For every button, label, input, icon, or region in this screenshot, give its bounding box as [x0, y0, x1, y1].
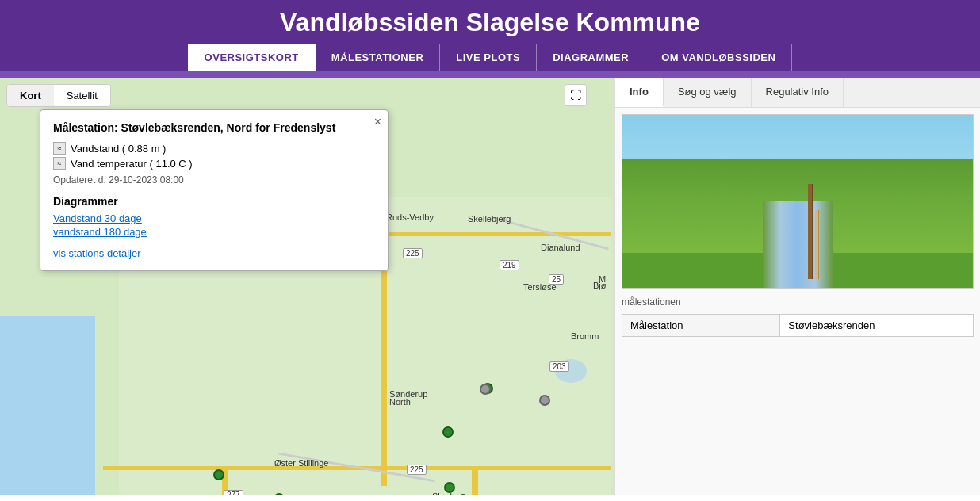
station-dot-gray-2[interactable]: [539, 395, 550, 406]
temp-value: Vand temperatur ( 11.0 C ): [71, 158, 193, 170]
site-title: Vandløbssiden Slagelse Kommune: [0, 8, 980, 37]
fullscreen-icon: ⛶: [570, 89, 581, 101]
label-sonderup-north: North: [389, 397, 411, 407]
nav-om[interactable]: OM VANDLØBSSIDEN: [645, 44, 792, 71]
table-row: Målestation Støvlebæksrenden: [622, 315, 974, 337]
station-dot-5[interactable]: [444, 482, 455, 493]
popup-station-details-link[interactable]: vis stations detaljer: [53, 247, 375, 259]
table-cell-label: Målestation: [622, 315, 780, 337]
tab-regulativ[interactable]: Regulativ Info: [752, 78, 844, 107]
map-toggle: Kort Satellit: [6, 84, 111, 107]
road-203: 203: [549, 361, 569, 372]
toggle-kort[interactable]: Kort: [7, 85, 54, 106]
photo-channel: [763, 201, 833, 288]
sub-bar: [0, 71, 980, 78]
temp-row: ≈ Vand temperatur ( 11.0 C ): [53, 157, 375, 170]
table-cell-value: Støvlebæksrenden: [780, 315, 974, 337]
right-panel: Info Søg og vælg Regulativ Info målestat…: [614, 78, 980, 495]
vandstand-value: Vandstand ( 0.88 m ): [71, 143, 166, 155]
map-area: 255 225 219 25 203 225 277 150 150 Gørle…: [0, 78, 614, 495]
road-v3: [472, 466, 478, 495]
nav-maalestationer[interactable]: MÅLESTATIONER: [316, 44, 441, 71]
label-dianalund: Dianalund: [541, 243, 580, 252]
toggle-satellit[interactable]: Satellit: [54, 85, 110, 106]
label-oster-stillinge: Øster Stillinge: [274, 458, 328, 468]
tab-info[interactable]: Info: [615, 78, 664, 107]
popup-diagrammer-label: Diagrammer: [53, 195, 375, 208]
label-skellebjerg: Skellebjerg: [468, 214, 511, 224]
site-header: Vandløbssiden Slagelse Kommune OVERSIGTS…: [0, 0, 980, 71]
road-219: 219: [500, 260, 519, 270]
road-277: 277: [224, 490, 243, 495]
station-popup: × Målestation: Støvlebæksrenden, Nord fo…: [40, 109, 389, 271]
nav-oversigtskort[interactable]: OVERSIGTSKORT: [188, 44, 316, 71]
popup-close-button[interactable]: ×: [374, 115, 381, 129]
popup-link-180[interactable]: vandstand 180 dage: [53, 226, 375, 238]
label-m: M: [599, 274, 606, 284]
road-225-n: 225: [403, 248, 423, 258]
station-dot-1[interactable]: [213, 469, 224, 480]
temp-icon: ≈: [53, 157, 66, 170]
nav-diagrammer[interactable]: DIAGRAMMER: [537, 44, 645, 71]
main-nav: OVERSIGTSKORT MÅLESTATIONER LIVE PLOTS D…: [0, 44, 980, 71]
popup-link-30[interactable]: Vandstand 30 dage: [53, 212, 375, 224]
station-dot-4[interactable]: [442, 426, 454, 438]
station-dot-gray-1[interactable]: [480, 384, 491, 395]
vandstand-icon: ≈: [53, 142, 66, 155]
label-ruds-vedby: Ruds-Vedby: [386, 212, 434, 222]
fullscreen-button[interactable]: ⛶: [565, 84, 587, 106]
road-225-s: 225: [407, 465, 427, 475]
water-area-west: [0, 316, 95, 495]
photo-caption: målestationen: [615, 295, 980, 311]
photo-wooden-pole: [808, 184, 813, 279]
photo-stake: [815, 210, 819, 279]
info-table: Målestation Støvlebæksrenden: [622, 314, 974, 337]
main-content: 255 225 219 25 203 225 277 150 150 Gørle…: [0, 78, 980, 495]
panel-tabs: Info Søg og vælg Regulativ Info: [615, 78, 980, 108]
vandstand-row: ≈ Vandstand ( 0.88 m ): [53, 142, 375, 155]
tab-sog-vaelg[interactable]: Søg og vælg: [664, 78, 752, 107]
popup-title: Målestation: Støvlebæksrenden, Nord for …: [53, 121, 375, 134]
nav-live-plots[interactable]: LIVE PLOTS: [440, 44, 537, 71]
popup-updated: Opdateret d. 29-10-2023 08:00: [53, 174, 375, 185]
label-terslosa: Tersløse: [523, 282, 557, 292]
label-bromm: Bromm: [571, 331, 599, 341]
station-photo: [622, 114, 974, 289]
